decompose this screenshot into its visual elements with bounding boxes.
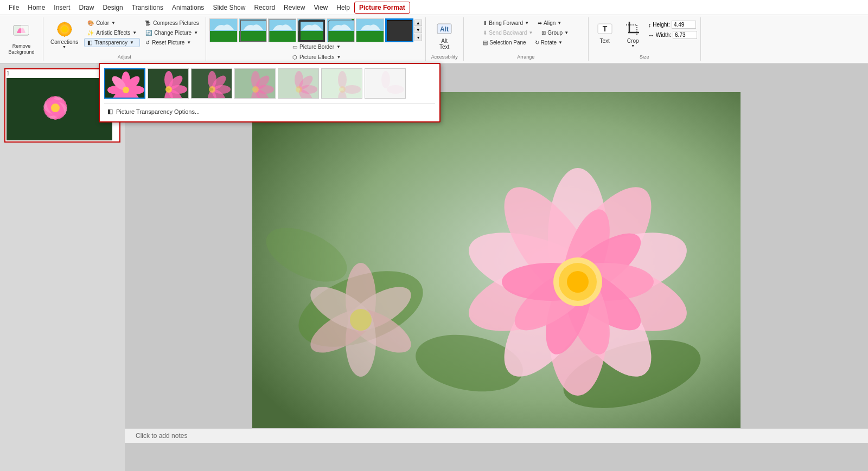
group-button[interactable]: ⊞ Group ▼ — [538, 28, 572, 37]
picture-effects-label: Picture Effects — [299, 54, 334, 60]
picture-style-6[interactable] — [356, 18, 384, 42]
picture-styles-scroll-more[interactable]: ▾ — [414, 34, 422, 41]
alt-text-button[interactable]: Alt AltText — [430, 18, 458, 52]
send-backward-button[interactable]: ⬇ Send Backward ▼ — [480, 28, 536, 37]
ribbon-group-background: RemoveBackground — [0, 17, 43, 61]
svg-rect-27 — [387, 21, 413, 42]
text-button[interactable]: T Text — [592, 18, 618, 46]
transparency-swatch-95[interactable] — [365, 68, 406, 99]
remove-background-button[interactable]: RemoveBackground — [3, 18, 39, 58]
ribbon-group-arrange: ⬆ Bring Forward ▼ ⬌ Align ▼ ⬇ Send Backw… — [464, 17, 589, 61]
change-picture-button[interactable]: 🔄 Change Picture ▼ — [142, 28, 202, 37]
transparency-swatch-65[interactable] — [278, 68, 319, 99]
align-chevron: ▼ — [557, 21, 561, 25]
slide-canvas[interactable] — [252, 92, 741, 428]
menu-help[interactable]: Help — [332, 2, 354, 13]
svg-point-92 — [51, 104, 60, 112]
color-button[interactable]: 🎨 Color ▼ — [84, 18, 140, 28]
crop-button[interactable]: Crop ▼ — [620, 18, 646, 50]
transparency-swatch-0[interactable] — [104, 68, 145, 99]
menu-picture-format[interactable]: Picture Format — [354, 2, 410, 14]
svg-rect-25 — [356, 31, 384, 42]
app-body: 1 — [0, 64, 868, 471]
svg-point-67 — [252, 86, 259, 93]
menu-slideshow[interactable]: Slide Show — [208, 2, 250, 13]
picture-border-button[interactable]: ▭ Picture Border ▼ — [289, 42, 344, 51]
transparency-swatch-30[interactable] — [191, 68, 232, 99]
selection-pane-icon: ▤ — [483, 40, 488, 46]
menu-file[interactable]: File — [4, 2, 23, 13]
bring-forward-label: Bring Forward — [489, 20, 523, 26]
picture-style-7[interactable] — [385, 18, 413, 42]
notes-bar[interactable]: Click to add notes — [125, 428, 868, 443]
rotate-button[interactable]: ↻ Rotate ▼ — [532, 38, 566, 47]
picture-effects-button[interactable]: ⬡ Picture Effects ▼ — [289, 53, 344, 62]
width-icon: ↔ — [648, 32, 654, 38]
send-backward-label: Send Backward — [489, 30, 527, 36]
menu-draw[interactable]: Draw — [74, 2, 98, 13]
artistic-effects-chevron: ▼ — [132, 30, 137, 35]
height-label: Height: — [653, 22, 670, 28]
menu-design[interactable]: Design — [98, 2, 127, 13]
picture-style-2[interactable] — [239, 18, 267, 42]
menu-home[interactable]: Home — [23, 2, 49, 13]
svg-point-81 — [387, 85, 404, 94]
corrections-icon — [56, 21, 73, 39]
picture-border-icon: ▭ — [292, 44, 297, 50]
picture-styles-scroll-up[interactable]: ▲ — [414, 20, 422, 26]
transparency-swatch-80[interactable] — [321, 68, 362, 99]
picture-border-chevron: ▼ — [336, 44, 341, 49]
color-label: Color — [96, 20, 109, 26]
selection-pane-label: Selection Pane — [489, 40, 526, 46]
picture-style-1[interactable] — [209, 18, 238, 42]
change-picture-chevron: ▼ — [194, 30, 198, 35]
picture-transparency-options-link[interactable]: ◧ Picture Transparency Options... — [104, 103, 435, 117]
group-icon: ⊞ — [541, 30, 546, 36]
menu-review[interactable]: Review — [279, 2, 309, 13]
crop-icon — [625, 21, 641, 38]
picture-styles-scroll[interactable]: ▲ ▼ ▾ — [414, 20, 422, 41]
picture-style-4[interactable] — [297, 18, 326, 42]
transparency-dropdown: ◧ Picture Transparency Options... — [99, 63, 441, 122]
menu-view[interactable]: View — [309, 2, 332, 13]
menu-insert[interactable]: Insert — [49, 2, 74, 13]
svg-rect-22 — [328, 31, 354, 42]
transparency-swatch-50[interactable] — [234, 68, 276, 99]
size-group-label: Size — [640, 53, 649, 60]
picture-style-3[interactable] — [268, 18, 296, 42]
menu-animations[interactable]: Animations — [168, 2, 208, 13]
ribbon-group-picture-styles: ▲ ▼ ▾ ▭ Picture Border ▼ ⬡ Picture Effec… — [206, 17, 426, 61]
alt-text-icon: Alt — [436, 21, 452, 38]
change-picture-label: Change Picture — [154, 30, 192, 36]
alt-text-label: AltText — [439, 38, 449, 50]
compress-pictures-button[interactable]: 🗜 Compress Pictures — [142, 18, 202, 28]
align-icon: ⬌ — [538, 20, 542, 26]
adjust-group-label: Adjust — [118, 53, 131, 60]
crop-chevron: ▼ — [631, 44, 635, 48]
bring-forward-button[interactable]: ⬆ Bring Forward ▼ — [480, 18, 532, 28]
transparency-icon: ◧ — [87, 40, 92, 46]
group-chevron: ▼ — [564, 30, 569, 35]
menu-bar: File Home Insert Draw Design Transitions… — [0, 0, 868, 15]
height-input[interactable] — [672, 21, 696, 29]
width-input[interactable] — [673, 31, 697, 39]
artistic-effects-icon: ✨ — [87, 30, 94, 36]
reset-picture-button[interactable]: ↺ Reset Picture ▼ — [142, 38, 202, 47]
menu-transitions[interactable]: Transitions — [127, 2, 168, 13]
transparency-button[interactable]: ◧ Transparency ▼ — [84, 38, 140, 47]
transparency-swatch-15[interactable] — [148, 68, 189, 99]
ribbon-group-adjust: Corrections ▼ 🎨 Color ▼ ✨ Artistic Effec… — [43, 17, 206, 61]
picture-styles-scroll-down[interactable]: ▼ — [414, 27, 422, 33]
menu-record[interactable]: Record — [250, 2, 279, 13]
picture-styles-row: ▲ ▼ ▾ — [209, 18, 422, 42]
selection-pane-button[interactable]: ▤ Selection Pane — [480, 38, 529, 47]
svg-text:T: T — [602, 24, 607, 33]
picture-style-5[interactable] — [327, 18, 355, 42]
compress-icon: 🗜 — [145, 20, 151, 26]
artistic-effects-button[interactable]: ✨ Artistic Effects ▼ — [84, 28, 140, 37]
align-button[interactable]: ⬌ Align ▼ — [534, 18, 565, 28]
svg-point-75 — [338, 71, 347, 88]
svg-point-5 — [61, 26, 68, 33]
svg-point-125 — [350, 309, 372, 331]
corrections-button[interactable]: Corrections ▼ — [47, 18, 82, 51]
